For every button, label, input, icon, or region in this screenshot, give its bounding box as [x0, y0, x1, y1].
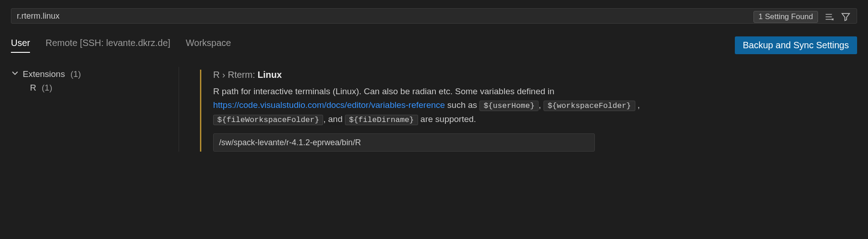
- tree-item-label: Extensions: [23, 69, 65, 79]
- settings-content: R › Rterm: Linux R path for interactive …: [179, 67, 724, 152]
- search-result-count-badge: 1 Setting Found: [753, 11, 818, 23]
- filter-icon[interactable]: [841, 12, 851, 22]
- desc-text: ,: [635, 100, 640, 110]
- code-var-filedirname: ${fileDirname}: [345, 115, 418, 125]
- tree-item-label: R: [30, 83, 36, 93]
- setting-breadcrumb-name: Linux: [258, 70, 282, 80]
- tree-item-count: (1): [42, 83, 52, 93]
- chevron-down-icon: [11, 69, 19, 79]
- settings-tree-sidebar: Extensions (1) R (1): [11, 67, 179, 152]
- setting-breadcrumb-prefix: R › Rterm:: [213, 70, 258, 80]
- desc-text: such as: [445, 100, 479, 110]
- tab-remote[interactable]: Remote [SSH: levante.dkrz.de]: [45, 38, 170, 53]
- variables-reference-link[interactable]: https://code.visualstudio.com/docs/edito…: [213, 100, 445, 110]
- clear-search-icon[interactable]: [824, 12, 834, 22]
- tab-user[interactable]: User: [11, 38, 30, 53]
- code-var-fileworkspacefolder: ${fileWorkspaceFolder}: [213, 115, 323, 125]
- setting-title: R › Rterm: Linux: [213, 70, 724, 80]
- tab-workspace[interactable]: Workspace: [186, 38, 231, 53]
- code-var-workspacefolder: ${workspaceFolder}: [544, 101, 635, 111]
- setting-description: R path for interactive terminals (Linux)…: [213, 85, 668, 126]
- settings-search-input[interactable]: [11, 8, 857, 24]
- settings-scope-tabs: User Remote [SSH: levante.dkrz.de] Works…: [11, 38, 231, 53]
- setting-value-input[interactable]: [213, 133, 595, 152]
- settings-body: Extensions (1) R (1) R › Rterm: Linux R …: [0, 54, 868, 152]
- backup-sync-settings-button[interactable]: Backup and Sync Settings: [735, 36, 857, 54]
- desc-text: R path for interactive terminals (Linux)…: [213, 86, 554, 96]
- settings-tabs-row: User Remote [SSH: levante.dkrz.de] Works…: [0, 24, 868, 54]
- tree-item-r[interactable]: R (1): [11, 81, 170, 95]
- tree-item-extensions[interactable]: Extensions (1): [11, 67, 170, 81]
- search-right-controls: 1 Setting Found: [753, 11, 851, 23]
- code-var-userhome: ${userHome}: [479, 101, 539, 111]
- desc-text: are supported.: [418, 114, 476, 124]
- tree-item-count: (1): [70, 69, 81, 79]
- desc-text: ,: [539, 100, 544, 110]
- desc-text: , and: [323, 114, 345, 124]
- search-bar: 1 Setting Found: [0, 0, 868, 24]
- setting-item-r-rterm-linux: R › Rterm: Linux R path for interactive …: [200, 70, 724, 152]
